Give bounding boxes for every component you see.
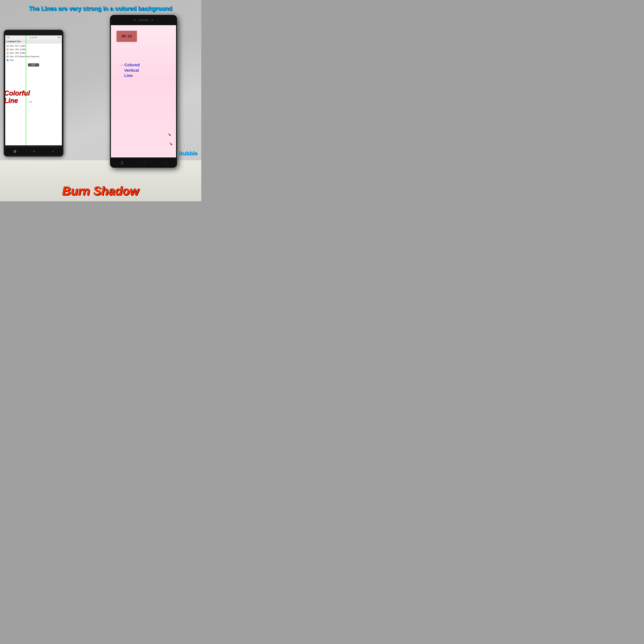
nav-icon-recents[interactable]: |||	[14, 150, 16, 153]
radio-3[interactable]	[7, 52, 9, 54]
nav-icon-home[interactable]: ○	[33, 150, 35, 153]
radio-4[interactable]	[7, 56, 9, 58]
menu-label-stop: Stop	[10, 59, 14, 61]
exit-button[interactable]: EXIT	[28, 63, 39, 67]
menu-label-2: Start : SPK_2ndMic	[10, 48, 26, 50]
left-nav-bar: ||| ○ ‹	[5, 148, 62, 155]
top-bezel	[110, 15, 177, 25]
bubble-label: Bubble	[179, 150, 198, 157]
nav-back-icon[interactable]: ‹	[165, 161, 166, 165]
earpiece-speaker	[138, 20, 149, 21]
nav-icon-back[interactable]: ‹	[52, 150, 53, 153]
radio-2[interactable]	[7, 49, 9, 50]
bubble-arrow-2: ↘	[169, 141, 172, 146]
status-icons: ▲ ▲ ▼ ●	[30, 37, 37, 38]
right-phone-container: S9:12 ← ColoredVerticalLine ↘ ↘ ||| ○ ‹	[110, 15, 177, 168]
menu-item-2[interactable]: Start : SPK_2ndMic	[5, 48, 62, 51]
sticky-note-text: S9:12	[122, 34, 132, 38]
sticky-note: S9:12	[116, 31, 137, 42]
left-app-header: Loopback Test	[5, 40, 62, 43]
top-title: The Lines are very strong in a colored b…	[0, 5, 201, 12]
menu-item-stop[interactable]: Stop	[5, 58, 62, 62]
radio-stop[interactable]	[7, 59, 9, 61]
nav-home-icon[interactable]: ○	[143, 161, 145, 165]
menu-item-4[interactable]: Start : E/P (Please insert Earphone)	[5, 55, 62, 58]
right-nav-bar: ||| ○ ‹	[111, 157, 176, 168]
radio-1[interactable]	[7, 45, 9, 47]
left-phone-status-bar: 1:32 ▲ ▲ ▼ ● 36%	[5, 35, 62, 40]
menu-label-1: Start : RCV_1stMic	[10, 45, 26, 47]
menu-item-1[interactable]: Start : RCV_1stMic	[5, 44, 62, 48]
colored-vertical-line-label: ← ColoredVerticalLine	[120, 62, 140, 78]
left-phone-menu: Start : RCV_1stMic Start : SPK_2ndMic St…	[5, 43, 62, 63]
colored-line-text: ColoredVerticalLine	[124, 62, 140, 78]
status-time: 1:32	[6, 37, 10, 38]
nav-recents-icon[interactable]: |||	[121, 161, 123, 165]
colored-line-arrow: ←	[120, 63, 124, 67]
bubble-arrow-1: ↘	[168, 132, 171, 137]
burn-shadow-text: Burn Shadow	[62, 184, 139, 198]
menu-label-4: Start : E/P (Please insert Earphone)	[10, 56, 39, 58]
colorful-line-arrow: →	[28, 99, 33, 105]
front-camera	[134, 19, 136, 21]
menu-item-3[interactable]: Start : SPK_3rdMic	[5, 51, 62, 55]
colorful-line-label: ColorfulLine	[4, 89, 30, 104]
status-battery: 36%	[57, 37, 61, 38]
sensor-dot	[151, 19, 153, 21]
right-phone: S9:12 ← ColoredVerticalLine ↘ ↘ ||| ○ ‹	[110, 15, 177, 168]
right-phone-screen: S9:12 ← ColoredVerticalLine ↘ ↘	[111, 25, 176, 157]
menu-label-3: Start : SPK_3rdMic	[10, 52, 26, 54]
